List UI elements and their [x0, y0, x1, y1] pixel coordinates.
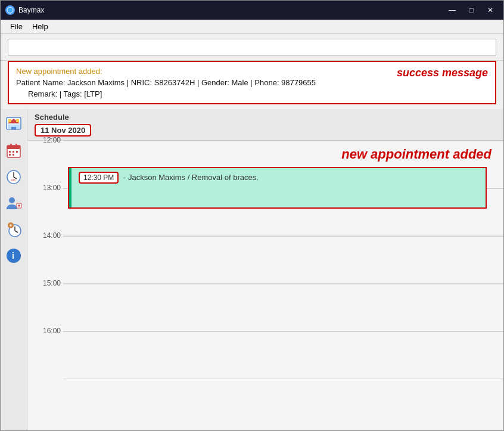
title-bar: Baymax — □ ✕	[1, 1, 503, 20]
menu-file[interactable]: File	[5, 21, 27, 32]
app-window: Baymax — □ ✕ File Help success message N…	[0, 0, 504, 431]
success-message-box: success message New appointment added: P…	[8, 61, 496, 104]
time-label-1600: 16:00	[32, 327, 61, 335]
schedule-title: Schedule	[35, 113, 69, 122]
sidebar-item-appointments[interactable]	[3, 219, 24, 240]
main-content: 24h	[1, 109, 503, 431]
schedule-area: Schedule 11 Nov 2020 new appointment add…	[27, 109, 503, 431]
appointment-description: - Jackson Maxims / Removal of braces.	[123, 173, 259, 182]
app-icon	[5, 5, 15, 15]
appointment-block: 12:30 PM - Jackson Maxims / Removal of b…	[68, 167, 487, 209]
time-slot-1600: 16:00	[63, 331, 503, 379]
success-line2: Patient Name: Jackson Maxims | NRIC: S82…	[16, 78, 488, 87]
menu-bar: File Help	[1, 20, 503, 34]
time-label-1500: 15:00	[32, 279, 61, 287]
schedule-header: Schedule 11 Nov 2020	[27, 109, 503, 141]
success-line3: Remark: | Tags: [LTP]	[16, 89, 488, 98]
time-line	[63, 236, 503, 237]
window-controls: — □ ✕	[444, 4, 499, 16]
sidebar-item-clock[interactable]: 24h	[3, 166, 24, 188]
time-line	[63, 141, 503, 141]
svg-rect-14	[9, 154, 11, 156]
appointment-accent	[69, 168, 71, 207]
svg-rect-3	[11, 127, 16, 129]
search-input[interactable]	[8, 39, 496, 55]
time-line	[63, 331, 503, 332]
time-label-1200: 12:00	[32, 136, 61, 144]
svg-rect-5	[8, 119, 11, 122]
time-label-1400: 14:00	[32, 231, 61, 240]
time-line	[63, 284, 503, 284]
time-slot-1400: 14:00	[63, 236, 503, 284]
search-bar	[1, 34, 503, 61]
svg-rect-13	[16, 151, 18, 153]
svg-point-20	[9, 197, 15, 203]
svg-point-0	[7, 7, 13, 13]
sidebar: 24h	[1, 109, 27, 431]
schedule-body: new appointment added 12:00 12:30 PM - J…	[27, 141, 503, 379]
time-slot-1200: 12:00 12:30 PM - Jackson Maxims / Remova…	[63, 141, 503, 188]
title-bar-left: Baymax	[5, 5, 44, 15]
schedule-date: 11 Nov 2020	[35, 124, 91, 137]
svg-rect-11	[9, 151, 11, 153]
svg-rect-6	[16, 119, 19, 122]
svg-text:i: i	[12, 251, 14, 261]
appointment-time-badge: 12:30 PM	[79, 172, 119, 184]
time-slot-1500: 15:00	[63, 284, 503, 331]
svg-rect-8	[7, 145, 20, 149]
svg-rect-15	[13, 154, 14, 156]
sidebar-item-home[interactable]	[3, 114, 24, 135]
app-title: Baymax	[18, 6, 44, 14]
minimize-button[interactable]: —	[444, 4, 461, 16]
success-badge: success message	[397, 67, 488, 79]
svg-rect-10	[15, 144, 17, 147]
menu-help[interactable]: Help	[27, 21, 53, 32]
close-button[interactable]: ✕	[482, 4, 499, 16]
maximize-button[interactable]: □	[463, 4, 480, 16]
time-label-1300: 13:00	[32, 184, 61, 192]
svg-rect-9	[10, 144, 12, 147]
svg-text:24h: 24h	[11, 178, 16, 182]
svg-rect-12	[13, 151, 14, 153]
sidebar-item-calendar[interactable]	[3, 140, 24, 162]
sidebar-item-patients[interactable]	[3, 193, 24, 214]
sidebar-item-info[interactable]: i	[3, 245, 24, 266]
